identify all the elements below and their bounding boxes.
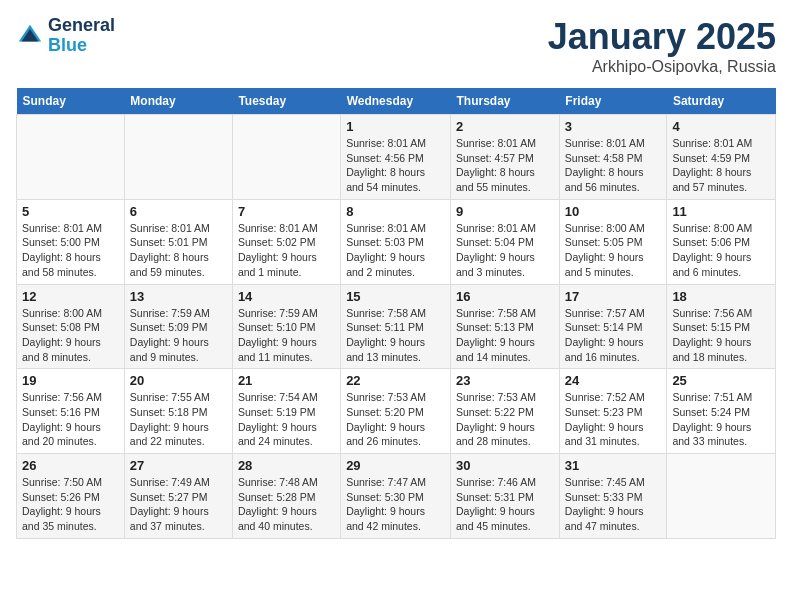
title-area: January 2025 Arkhipo-Osipovka, Russia — [548, 16, 776, 76]
day-number: 8 — [346, 204, 445, 219]
day-number: 21 — [238, 373, 335, 388]
day-number: 1 — [346, 119, 445, 134]
day-number: 28 — [238, 458, 335, 473]
cell-details: Sunrise: 7:51 AM Sunset: 5:24 PM Dayligh… — [672, 390, 770, 449]
cell-details: Sunrise: 7:56 AM Sunset: 5:16 PM Dayligh… — [22, 390, 119, 449]
weekday-header-saturday: Saturday — [667, 88, 776, 115]
day-number: 4 — [672, 119, 770, 134]
calendar-cell: 19Sunrise: 7:56 AM Sunset: 5:16 PM Dayli… — [17, 369, 125, 454]
cell-details: Sunrise: 7:59 AM Sunset: 5:09 PM Dayligh… — [130, 306, 227, 365]
cell-details: Sunrise: 7:53 AM Sunset: 5:20 PM Dayligh… — [346, 390, 445, 449]
calendar-cell: 8Sunrise: 8:01 AM Sunset: 5:03 PM Daylig… — [341, 199, 451, 284]
calendar-cell: 1Sunrise: 8:01 AM Sunset: 4:56 PM Daylig… — [341, 115, 451, 200]
calendar-cell: 10Sunrise: 8:00 AM Sunset: 5:05 PM Dayli… — [559, 199, 667, 284]
calendar-cell: 26Sunrise: 7:50 AM Sunset: 5:26 PM Dayli… — [17, 454, 125, 539]
day-number: 9 — [456, 204, 554, 219]
calendar-cell: 2Sunrise: 8:01 AM Sunset: 4:57 PM Daylig… — [451, 115, 560, 200]
calendar-cell: 17Sunrise: 7:57 AM Sunset: 5:14 PM Dayli… — [559, 284, 667, 369]
cell-details: Sunrise: 8:01 AM Sunset: 5:01 PM Dayligh… — [130, 221, 227, 280]
calendar-cell: 12Sunrise: 8:00 AM Sunset: 5:08 PM Dayli… — [17, 284, 125, 369]
day-number: 11 — [672, 204, 770, 219]
day-number: 10 — [565, 204, 662, 219]
cell-details: Sunrise: 8:01 AM Sunset: 4:57 PM Dayligh… — [456, 136, 554, 195]
logo-text: General Blue — [48, 16, 115, 56]
weekday-header-tuesday: Tuesday — [232, 88, 340, 115]
calendar-cell: 29Sunrise: 7:47 AM Sunset: 5:30 PM Dayli… — [341, 454, 451, 539]
day-number: 24 — [565, 373, 662, 388]
cell-details: Sunrise: 7:49 AM Sunset: 5:27 PM Dayligh… — [130, 475, 227, 534]
calendar-cell: 18Sunrise: 7:56 AM Sunset: 5:15 PM Dayli… — [667, 284, 776, 369]
day-number: 12 — [22, 289, 119, 304]
day-number: 25 — [672, 373, 770, 388]
cell-details: Sunrise: 7:56 AM Sunset: 5:15 PM Dayligh… — [672, 306, 770, 365]
cell-details: Sunrise: 8:00 AM Sunset: 5:05 PM Dayligh… — [565, 221, 662, 280]
calendar-cell: 5Sunrise: 8:01 AM Sunset: 5:00 PM Daylig… — [17, 199, 125, 284]
cell-details: Sunrise: 7:45 AM Sunset: 5:33 PM Dayligh… — [565, 475, 662, 534]
cell-details: Sunrise: 7:54 AM Sunset: 5:19 PM Dayligh… — [238, 390, 335, 449]
calendar-cell: 25Sunrise: 7:51 AM Sunset: 5:24 PM Dayli… — [667, 369, 776, 454]
day-number: 22 — [346, 373, 445, 388]
calendar-cell: 16Sunrise: 7:58 AM Sunset: 5:13 PM Dayli… — [451, 284, 560, 369]
weekday-header-monday: Monday — [124, 88, 232, 115]
day-number: 23 — [456, 373, 554, 388]
calendar-cell — [667, 454, 776, 539]
day-number: 18 — [672, 289, 770, 304]
calendar-cell: 28Sunrise: 7:48 AM Sunset: 5:28 PM Dayli… — [232, 454, 340, 539]
cell-details: Sunrise: 7:55 AM Sunset: 5:18 PM Dayligh… — [130, 390, 227, 449]
logo: General Blue — [16, 16, 115, 56]
calendar-week-row: 1Sunrise: 8:01 AM Sunset: 4:56 PM Daylig… — [17, 115, 776, 200]
calendar-week-row: 12Sunrise: 8:00 AM Sunset: 5:08 PM Dayli… — [17, 284, 776, 369]
page-header: General Blue January 2025 Arkhipo-Osipov… — [16, 16, 776, 76]
calendar-cell: 23Sunrise: 7:53 AM Sunset: 5:22 PM Dayli… — [451, 369, 560, 454]
weekday-header-sunday: Sunday — [17, 88, 125, 115]
cell-details: Sunrise: 8:01 AM Sunset: 5:04 PM Dayligh… — [456, 221, 554, 280]
cell-details: Sunrise: 7:59 AM Sunset: 5:10 PM Dayligh… — [238, 306, 335, 365]
weekday-header-friday: Friday — [559, 88, 667, 115]
day-number: 15 — [346, 289, 445, 304]
cell-details: Sunrise: 8:01 AM Sunset: 5:00 PM Dayligh… — [22, 221, 119, 280]
calendar-cell: 31Sunrise: 7:45 AM Sunset: 5:33 PM Dayli… — [559, 454, 667, 539]
day-number: 17 — [565, 289, 662, 304]
day-number: 14 — [238, 289, 335, 304]
calendar-week-row: 26Sunrise: 7:50 AM Sunset: 5:26 PM Dayli… — [17, 454, 776, 539]
day-number: 13 — [130, 289, 227, 304]
calendar-cell: 7Sunrise: 8:01 AM Sunset: 5:02 PM Daylig… — [232, 199, 340, 284]
calendar-cell: 9Sunrise: 8:01 AM Sunset: 5:04 PM Daylig… — [451, 199, 560, 284]
calendar-cell: 20Sunrise: 7:55 AM Sunset: 5:18 PM Dayli… — [124, 369, 232, 454]
cell-details: Sunrise: 8:01 AM Sunset: 4:58 PM Dayligh… — [565, 136, 662, 195]
calendar-week-row: 5Sunrise: 8:01 AM Sunset: 5:00 PM Daylig… — [17, 199, 776, 284]
day-number: 6 — [130, 204, 227, 219]
calendar-cell: 11Sunrise: 8:00 AM Sunset: 5:06 PM Dayli… — [667, 199, 776, 284]
cell-details: Sunrise: 8:01 AM Sunset: 5:02 PM Dayligh… — [238, 221, 335, 280]
calendar-cell — [124, 115, 232, 200]
calendar-cell: 21Sunrise: 7:54 AM Sunset: 5:19 PM Dayli… — [232, 369, 340, 454]
weekday-header-thursday: Thursday — [451, 88, 560, 115]
location-subtitle: Arkhipo-Osipovka, Russia — [548, 58, 776, 76]
cell-details: Sunrise: 7:53 AM Sunset: 5:22 PM Dayligh… — [456, 390, 554, 449]
day-number: 31 — [565, 458, 662, 473]
cell-details: Sunrise: 8:01 AM Sunset: 4:59 PM Dayligh… — [672, 136, 770, 195]
cell-details: Sunrise: 8:01 AM Sunset: 5:03 PM Dayligh… — [346, 221, 445, 280]
calendar-cell: 22Sunrise: 7:53 AM Sunset: 5:20 PM Dayli… — [341, 369, 451, 454]
day-number: 5 — [22, 204, 119, 219]
calendar-table: SundayMondayTuesdayWednesdayThursdayFrid… — [16, 88, 776, 539]
cell-details: Sunrise: 8:01 AM Sunset: 4:56 PM Dayligh… — [346, 136, 445, 195]
logo-icon — [16, 22, 44, 50]
cell-details: Sunrise: 7:58 AM Sunset: 5:11 PM Dayligh… — [346, 306, 445, 365]
calendar-cell: 6Sunrise: 8:01 AM Sunset: 5:01 PM Daylig… — [124, 199, 232, 284]
day-number: 27 — [130, 458, 227, 473]
calendar-body: 1Sunrise: 8:01 AM Sunset: 4:56 PM Daylig… — [17, 115, 776, 539]
day-number: 30 — [456, 458, 554, 473]
cell-details: Sunrise: 7:52 AM Sunset: 5:23 PM Dayligh… — [565, 390, 662, 449]
calendar-week-row: 19Sunrise: 7:56 AM Sunset: 5:16 PM Dayli… — [17, 369, 776, 454]
calendar-cell — [232, 115, 340, 200]
day-number: 20 — [130, 373, 227, 388]
weekday-header-wednesday: Wednesday — [341, 88, 451, 115]
calendar-header-row: SundayMondayTuesdayWednesdayThursdayFrid… — [17, 88, 776, 115]
day-number: 3 — [565, 119, 662, 134]
day-number: 29 — [346, 458, 445, 473]
cell-details: Sunrise: 7:47 AM Sunset: 5:30 PM Dayligh… — [346, 475, 445, 534]
calendar-cell: 14Sunrise: 7:59 AM Sunset: 5:10 PM Dayli… — [232, 284, 340, 369]
calendar-cell: 13Sunrise: 7:59 AM Sunset: 5:09 PM Dayli… — [124, 284, 232, 369]
calendar-cell: 4Sunrise: 8:01 AM Sunset: 4:59 PM Daylig… — [667, 115, 776, 200]
